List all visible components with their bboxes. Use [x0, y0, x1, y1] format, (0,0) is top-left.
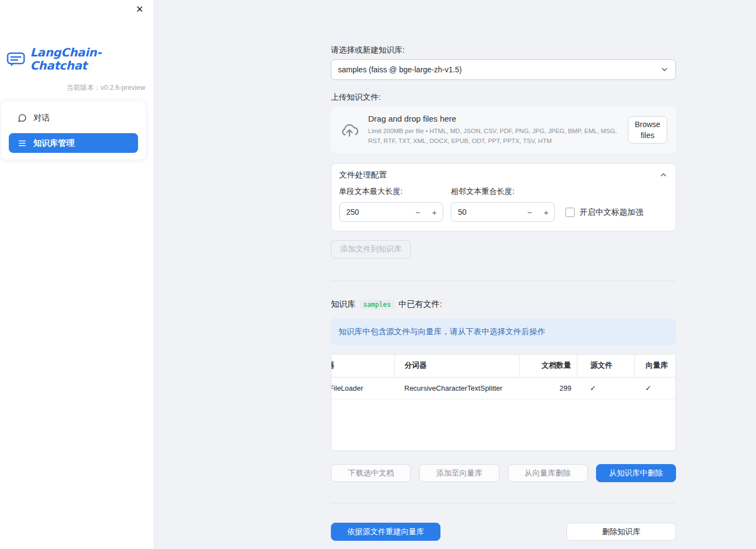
- overlap-size-decrement-button[interactable]: −: [522, 208, 538, 217]
- column-header-splitter: 分词器: [394, 354, 519, 377]
- add-to-vector-store-button[interactable]: 添加至向量库: [419, 464, 499, 482]
- logo-chat-icon: [7, 52, 25, 67]
- kb-name-code: samples: [360, 300, 394, 310]
- list-icon: [18, 139, 27, 148]
- zh-title-enhance-label: 开启中文标题加强: [580, 207, 643, 218]
- logo-text: LangChain-Chatchat: [30, 46, 153, 72]
- table-row[interactable]: UnstructuredFileLoader RecursiveCharacte…: [331, 377, 676, 399]
- cell-splitter: RecursiveCharacterTextSplitter: [394, 377, 519, 399]
- close-sidebar-button[interactable]: ×: [133, 2, 147, 16]
- dropzone-title: Drag and drop files here: [368, 114, 621, 123]
- sidebar-item-dialogue[interactable]: 对话: [9, 108, 138, 128]
- cell-vector-store-check: ✓: [634, 377, 676, 399]
- kb-select-label: 请选择或新建知识库:: [331, 45, 676, 55]
- chunk-size-decrement-button[interactable]: −: [410, 208, 426, 217]
- delete-kb-button[interactable]: 删除知识库: [566, 523, 676, 541]
- table-header-row: 文档加载器 分词器 文档数量 源文件 向量库: [331, 354, 676, 377]
- table-action-buttons: 下载选中文档 添加至向量库 从向量库删除 从知识库中删除: [331, 464, 676, 482]
- add-files-to-kb-button[interactable]: 添加文件到知识库: [331, 240, 411, 259]
- divider: [331, 281, 676, 281]
- divider: [331, 503, 676, 504]
- existing-prefix: 知识库: [331, 299, 356, 310]
- column-header-source-file: 源文件: [577, 354, 634, 377]
- existing-suffix: 中已有文件:: [399, 299, 442, 310]
- info-banner: 知识库中包含源文件与向量库，请从下表中选择文件后操作: [331, 318, 676, 345]
- upload-cloud-icon: [340, 120, 359, 140]
- main-area: 请选择或新建知识库: samples (faiss @ bge-large-zh…: [153, 0, 756, 549]
- existing-files-line: 知识库 samples 中已有文件:: [331, 299, 676, 310]
- files-table[interactable]: 文档加载器 分词器 文档数量 源文件 向量库 UnstructuredFileL…: [331, 354, 676, 451]
- delete-from-vector-store-button[interactable]: 从向量库删除: [508, 464, 588, 482]
- overlap-size-value[interactable]: 50: [451, 208, 522, 216]
- expander-body: 单段文本最大长度: 250 − + 相邻文本重合长度: 50 − +: [331, 186, 675, 231]
- cell-source-file-check: ✓: [577, 377, 634, 399]
- dropzone-limit-text: Limit 200MB per file • HTML, MD, JSON, C…: [368, 127, 621, 146]
- column-header-doc-count: 文档数量: [519, 354, 577, 377]
- column-header-loader: 文档加载器: [331, 354, 394, 377]
- chunk-size-label: 单段文本最大长度:: [339, 187, 443, 197]
- file-dropzone[interactable]: Drag and drop files here Limit 200MB per…: [331, 106, 676, 153]
- browse-files-button[interactable]: Browse files: [628, 116, 667, 144]
- expander-header[interactable]: 文件处理配置: [331, 164, 675, 186]
- chunk-size-value[interactable]: 250: [340, 208, 410, 216]
- column-header-vector-store: 向量库: [634, 354, 676, 377]
- sidebar-item-label: 知识库管理: [33, 138, 75, 148]
- zh-title-enhance-checkbox[interactable]: [565, 208, 575, 217]
- overlap-size-input[interactable]: 50 − +: [451, 202, 555, 222]
- rebuild-vector-store-button[interactable]: 依据源文件重建向量库: [331, 523, 440, 541]
- sidebar-item-label: 对话: [33, 113, 50, 123]
- dropzone-text: Drag and drop files here Limit 200MB per…: [368, 114, 628, 146]
- sidebar: × LangChain-Chatchat 当前版本：v0.2.6-preview…: [0, 0, 153, 549]
- sidebar-menu: 对话 知识库管理: [1, 101, 146, 159]
- file-config-expander: 文件处理配置 单段文本最大长度: 250 − +: [331, 163, 676, 231]
- sidebar-item-knowledge-base[interactable]: 知识库管理: [9, 133, 138, 153]
- kb-select[interactable]: samples (faiss @ bge-large-zh-v1.5): [331, 59, 676, 80]
- footer-buttons: 依据源文件重建向量库 删除知识库: [331, 523, 676, 541]
- chunk-size-input[interactable]: 250 − +: [339, 202, 443, 222]
- overlap-size-increment-button[interactable]: +: [538, 208, 554, 217]
- cell-doc-count: 299: [519, 377, 577, 399]
- delete-from-kb-button[interactable]: 从知识库中删除: [596, 464, 676, 482]
- kb-select-value: samples (faiss @ bge-large-zh-v1.5): [338, 65, 660, 74]
- version-text: 当前版本：v0.2.6-preview: [0, 83, 153, 93]
- expander-title: 文件处理配置: [339, 170, 659, 180]
- cell-loader: UnstructuredFileLoader: [331, 377, 394, 399]
- app-logo: LangChain-Chatchat: [0, 0, 153, 72]
- chat-bubble-icon: [18, 113, 27, 123]
- chevron-up-icon: [659, 170, 668, 179]
- overlap-size-label: 相邻文本重合长度:: [451, 187, 555, 197]
- chunk-size-increment-button[interactable]: +: [426, 208, 443, 217]
- upload-label: 上传知识文件:: [331, 92, 676, 102]
- chevron-down-icon: [660, 65, 669, 74]
- download-selected-docs-button[interactable]: 下载选中文档: [331, 464, 411, 482]
